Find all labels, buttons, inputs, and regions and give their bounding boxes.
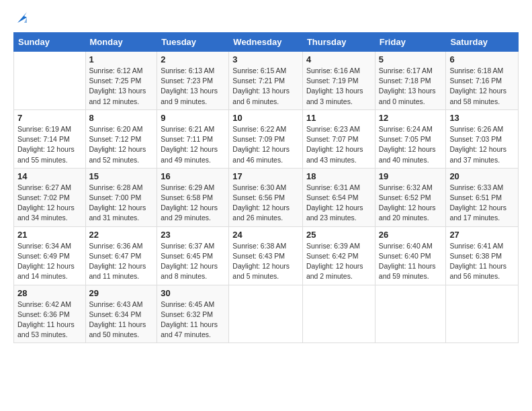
calendar-cell: 13Sunrise: 6:26 AM Sunset: 7:03 PM Dayli… (446, 109, 519, 168)
calendar-cell (375, 285, 446, 343)
calendar-cell: 8Sunrise: 6:20 AM Sunset: 7:12 PM Daylig… (85, 109, 157, 168)
weekday-header-saturday: Saturday (446, 33, 519, 52)
day-info: Sunrise: 6:45 AM Sunset: 6:32 PM Dayligh… (161, 300, 225, 340)
calendar-cell: 4Sunrise: 6:16 AM Sunset: 7:19 PM Daylig… (302, 52, 375, 110)
week-row-3: 14Sunrise: 6:27 AM Sunset: 7:02 PM Dayli… (14, 168, 519, 226)
day-number: 29 (89, 288, 154, 298)
day-info: Sunrise: 6:26 AM Sunset: 7:03 PM Dayligh… (449, 124, 515, 165)
calendar-cell: 3Sunrise: 6:15 AM Sunset: 7:21 PM Daylig… (229, 52, 303, 110)
day-info: Sunrise: 6:28 AM Sunset: 7:00 PM Dayligh… (89, 183, 154, 224)
day-info: Sunrise: 6:31 AM Sunset: 6:54 PM Dayligh… (306, 183, 371, 224)
day-number: 9 (161, 113, 225, 123)
day-number: 20 (449, 171, 515, 181)
calendar-cell: 23Sunrise: 6:37 AM Sunset: 6:45 PM Dayli… (157, 226, 229, 285)
calendar-cell: 10Sunrise: 6:22 AM Sunset: 7:09 PM Dayli… (229, 109, 303, 168)
day-info: Sunrise: 6:22 AM Sunset: 7:09 PM Dayligh… (232, 124, 299, 165)
day-info: Sunrise: 6:38 AM Sunset: 6:43 PM Dayligh… (232, 241, 299, 282)
day-number: 11 (306, 113, 371, 123)
calendar-cell: 24Sunrise: 6:38 AM Sunset: 6:43 PM Dayli… (229, 226, 303, 285)
day-number: 15 (89, 171, 154, 181)
day-number: 22 (89, 230, 154, 240)
day-info: Sunrise: 6:43 AM Sunset: 6:34 PM Dayligh… (89, 300, 154, 340)
day-number: 28 (17, 288, 82, 298)
day-number: 27 (449, 230, 515, 240)
week-row-4: 21Sunrise: 6:34 AM Sunset: 6:49 PM Dayli… (14, 226, 519, 285)
calendar-cell: 22Sunrise: 6:36 AM Sunset: 6:47 PM Dayli… (85, 226, 157, 285)
day-number: 1 (89, 54, 154, 64)
calendar: SundayMondayTuesdayWednesdayThursdayFrid… (13, 32, 519, 343)
calendar-cell: 17Sunrise: 6:30 AM Sunset: 6:56 PM Dayli… (229, 168, 303, 226)
calendar-cell: 2Sunrise: 6:13 AM Sunset: 7:23 PM Daylig… (157, 52, 229, 110)
calendar-cell: 14Sunrise: 6:27 AM Sunset: 7:02 PM Dayli… (14, 168, 86, 226)
calendar-cell (302, 285, 375, 343)
calendar-cell: 12Sunrise: 6:24 AM Sunset: 7:05 PM Dayli… (375, 109, 446, 168)
calendar-cell: 30Sunrise: 6:45 AM Sunset: 6:32 PM Dayli… (157, 285, 229, 343)
weekday-header-monday: Monday (85, 33, 157, 52)
day-info: Sunrise: 6:19 AM Sunset: 7:14 PM Dayligh… (17, 124, 82, 165)
weekday-header-sunday: Sunday (14, 33, 86, 52)
day-number: 19 (379, 171, 443, 181)
day-info: Sunrise: 6:42 AM Sunset: 6:36 PM Dayligh… (17, 300, 82, 340)
day-info: Sunrise: 6:23 AM Sunset: 7:07 PM Dayligh… (306, 124, 371, 165)
calendar-cell: 16Sunrise: 6:29 AM Sunset: 6:58 PM Dayli… (157, 168, 229, 226)
calendar-cell: 5Sunrise: 6:17 AM Sunset: 7:18 PM Daylig… (375, 52, 446, 110)
day-number: 14 (17, 171, 82, 181)
calendar-cell: 29Sunrise: 6:43 AM Sunset: 6:34 PM Dayli… (85, 285, 157, 343)
day-number: 26 (379, 230, 443, 240)
day-info: Sunrise: 6:32 AM Sunset: 6:52 PM Dayligh… (379, 183, 443, 224)
logo (13, 11, 30, 26)
day-info: Sunrise: 6:21 AM Sunset: 7:11 PM Dayligh… (161, 124, 225, 165)
day-number: 16 (161, 171, 225, 181)
day-number: 18 (306, 171, 371, 181)
day-number: 6 (449, 54, 515, 64)
day-info: Sunrise: 6:41 AM Sunset: 6:38 PM Dayligh… (449, 241, 515, 282)
day-number: 2 (161, 54, 225, 64)
calendar-cell: 25Sunrise: 6:39 AM Sunset: 6:42 PM Dayli… (302, 226, 375, 285)
day-info: Sunrise: 6:33 AM Sunset: 6:51 PM Dayligh… (449, 183, 515, 224)
calendar-cell (229, 285, 303, 343)
day-number: 5 (379, 54, 443, 64)
weekday-header-thursday: Thursday (302, 33, 375, 52)
day-info: Sunrise: 6:20 AM Sunset: 7:12 PM Dayligh… (89, 124, 154, 165)
calendar-cell: 11Sunrise: 6:23 AM Sunset: 7:07 PM Dayli… (302, 109, 375, 168)
day-number: 7 (17, 113, 82, 123)
page: SundayMondayTuesdayWednesdayThursdayFrid… (0, 0, 532, 411)
calendar-cell (14, 52, 86, 110)
day-info: Sunrise: 6:18 AM Sunset: 7:16 PM Dayligh… (449, 66, 515, 107)
calendar-cell: 7Sunrise: 6:19 AM Sunset: 7:14 PM Daylig… (14, 109, 86, 168)
day-info: Sunrise: 6:29 AM Sunset: 6:58 PM Dayligh… (161, 183, 225, 224)
calendar-cell: 15Sunrise: 6:28 AM Sunset: 7:00 PM Dayli… (85, 168, 157, 226)
calendar-cell: 18Sunrise: 6:31 AM Sunset: 6:54 PM Dayli… (302, 168, 375, 226)
day-info: Sunrise: 6:12 AM Sunset: 7:25 PM Dayligh… (89, 66, 154, 107)
day-number: 30 (161, 288, 225, 298)
header (13, 11, 519, 26)
day-info: Sunrise: 6:40 AM Sunset: 6:40 PM Dayligh… (379, 241, 443, 282)
day-info: Sunrise: 6:27 AM Sunset: 7:02 PM Dayligh… (17, 183, 82, 224)
weekday-header-friday: Friday (375, 33, 446, 52)
calendar-cell: 9Sunrise: 6:21 AM Sunset: 7:11 PM Daylig… (157, 109, 229, 168)
day-info: Sunrise: 6:17 AM Sunset: 7:18 PM Dayligh… (379, 66, 443, 107)
calendar-cell: 19Sunrise: 6:32 AM Sunset: 6:52 PM Dayli… (375, 168, 446, 226)
day-number: 10 (232, 113, 299, 123)
logo-icon (15, 11, 30, 26)
calendar-cell: 1Sunrise: 6:12 AM Sunset: 7:25 PM Daylig… (85, 52, 157, 110)
day-info: Sunrise: 6:36 AM Sunset: 6:47 PM Dayligh… (89, 241, 154, 282)
week-row-5: 28Sunrise: 6:42 AM Sunset: 6:36 PM Dayli… (14, 285, 519, 343)
day-info: Sunrise: 6:16 AM Sunset: 7:19 PM Dayligh… (306, 66, 371, 107)
week-row-2: 7Sunrise: 6:19 AM Sunset: 7:14 PM Daylig… (14, 109, 519, 168)
day-number: 23 (161, 230, 225, 240)
day-number: 17 (232, 171, 299, 181)
calendar-cell: 28Sunrise: 6:42 AM Sunset: 6:36 PM Dayli… (14, 285, 86, 343)
day-number: 25 (306, 230, 371, 240)
day-number: 21 (17, 230, 82, 240)
day-info: Sunrise: 6:24 AM Sunset: 7:05 PM Dayligh… (379, 124, 443, 165)
day-number: 3 (232, 54, 299, 64)
calendar-cell: 6Sunrise: 6:18 AM Sunset: 7:16 PM Daylig… (446, 52, 519, 110)
day-info: Sunrise: 6:30 AM Sunset: 6:56 PM Dayligh… (232, 183, 299, 224)
calendar-cell (446, 285, 519, 343)
day-number: 24 (232, 230, 299, 240)
weekday-header-wednesday: Wednesday (229, 33, 303, 52)
calendar-cell: 20Sunrise: 6:33 AM Sunset: 6:51 PM Dayli… (446, 168, 519, 226)
calendar-cell: 27Sunrise: 6:41 AM Sunset: 6:38 PM Dayli… (446, 226, 519, 285)
day-info: Sunrise: 6:37 AM Sunset: 6:45 PM Dayligh… (161, 241, 225, 282)
